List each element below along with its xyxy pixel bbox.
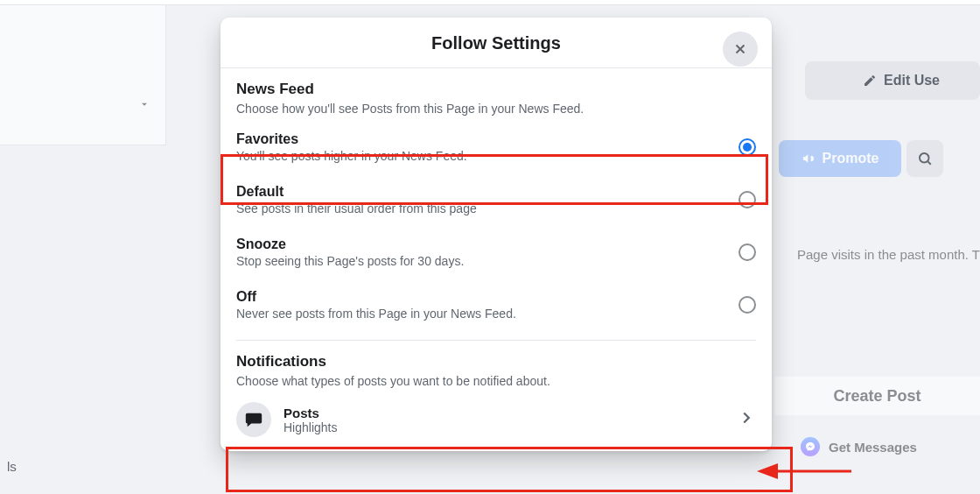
option-snooze-text: Snooze Stop seeing this Page's posts for… xyxy=(236,236,728,268)
option-default[interactable]: Default See posts in their usual order f… xyxy=(220,173,772,226)
posts-row-text: Posts Highlights xyxy=(284,406,724,434)
messenger-icon xyxy=(801,437,820,456)
news-feed-description: Choose how you'll see Posts from this Pa… xyxy=(236,102,756,116)
get-messages-row: Get Messages xyxy=(774,429,980,464)
posts-row[interactable]: Posts Highlights xyxy=(220,393,772,451)
search-icon xyxy=(917,151,933,166)
notifications-heading: Notifications xyxy=(236,353,756,370)
option-off[interactable]: Off Never see posts from this Page in yo… xyxy=(220,279,772,331)
option-default-text: Default See posts in their usual order f… xyxy=(236,184,728,215)
option-snooze-desc: Stop seeing this Page's posts for 30 day… xyxy=(236,254,728,268)
promote-label: Promote xyxy=(822,151,879,166)
option-favorites-title: Favorites xyxy=(236,131,728,147)
option-favorites-desc: You'll see posts higher in your News Fee… xyxy=(236,149,728,163)
create-post-heading: Create Post xyxy=(774,377,980,415)
annotation-arrow xyxy=(766,462,853,480)
annotation-highlight-posts xyxy=(226,447,793,492)
option-off-desc: Never see posts from this Page in your N… xyxy=(236,307,728,321)
option-favorites-text: Favorites You'll see posts higher in you… xyxy=(236,131,728,163)
svg-line-1 xyxy=(928,161,930,164)
page-visits-text: Page visits in the past month. T xyxy=(797,247,980,262)
option-default-desc: See posts in their usual order from this… xyxy=(236,201,728,215)
notifications-section: Notifications Choose what types of posts… xyxy=(220,341,772,388)
option-off-text: Off Never see posts from this Page in yo… xyxy=(236,289,728,321)
left-sidebar-text: ls xyxy=(0,455,24,477)
posts-row-title: Posts xyxy=(284,406,724,420)
notifications-description: Choose what types of posts you want to b… xyxy=(236,374,756,388)
option-snooze[interactable]: Snooze Stop seeing this Page's posts for… xyxy=(220,226,772,279)
option-snooze-title: Snooze xyxy=(236,236,728,252)
pencil-icon xyxy=(863,74,877,88)
option-default-title: Default xyxy=(236,184,728,200)
radio-favorites[interactable] xyxy=(738,138,756,156)
news-feed-section: News Feed Choose how you'll see Posts fr… xyxy=(220,68,772,116)
left-dropdown-chevron xyxy=(138,98,150,114)
posts-icon-wrap xyxy=(236,402,271,437)
posts-row-sub: Highlights xyxy=(284,420,724,434)
follow-settings-modal: Follow Settings News Feed Choose how you… xyxy=(220,18,772,451)
radio-snooze[interactable] xyxy=(738,243,756,261)
search-button-bg xyxy=(906,140,943,177)
close-button[interactable] xyxy=(723,32,758,67)
modal-title: Follow Settings xyxy=(220,33,772,53)
option-off-title: Off xyxy=(236,289,728,305)
megaphone-icon xyxy=(802,152,816,166)
modal-header: Follow Settings xyxy=(220,18,772,68)
edit-user-label: Edit Use xyxy=(884,73,940,88)
radio-default[interactable] xyxy=(738,191,756,208)
chevron-right-icon xyxy=(737,408,756,427)
get-messages-label: Get Messages xyxy=(829,440,917,455)
promote-button: Promote xyxy=(779,140,901,177)
posts-row-chevron xyxy=(737,408,756,431)
speech-bubble-icon xyxy=(244,410,263,429)
edit-user-button: Edit Use xyxy=(805,61,980,100)
close-icon xyxy=(732,41,748,57)
news-feed-heading: News Feed xyxy=(236,81,756,98)
radio-off[interactable] xyxy=(738,296,756,314)
option-favorites[interactable]: Favorites You'll see posts higher in you… xyxy=(220,121,772,173)
svg-point-0 xyxy=(920,153,929,163)
